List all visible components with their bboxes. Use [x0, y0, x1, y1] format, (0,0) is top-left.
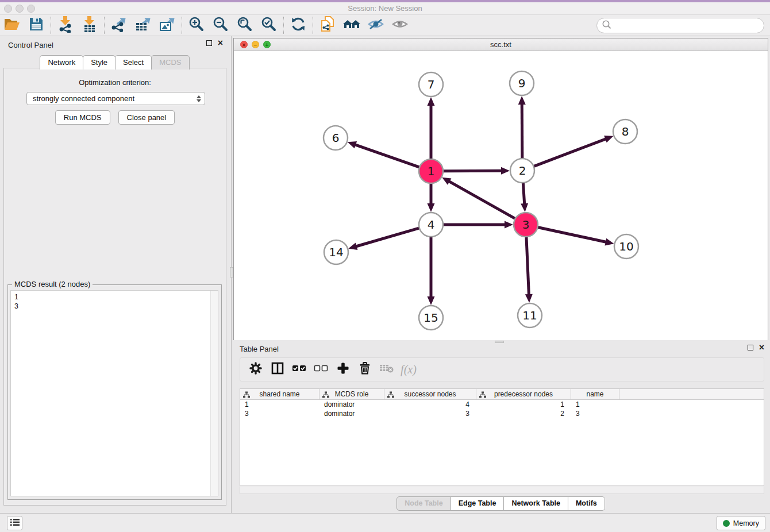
zoom-selected-button[interactable]: [257, 16, 281, 35]
graph-edge-4-14[interactable]: [355, 228, 419, 247]
float-panel-icon[interactable]: [206, 40, 212, 46]
graph-edge-1-2[interactable]: [443, 171, 503, 171]
tab-edge-table[interactable]: Edge Table: [451, 496, 505, 511]
zoom-fit-button[interactable]: [233, 16, 257, 35]
column-header-name[interactable]: name: [571, 389, 619, 399]
cell-predecessor-nodes[interactable]: 1: [476, 400, 571, 408]
function-builder-button[interactable]: f(x): [398, 360, 419, 379]
zoom-in-icon: [188, 16, 205, 34]
cell-successor-nodes[interactable]: 4: [384, 400, 476, 408]
graph-arrowhead: [428, 203, 435, 212]
cell-name[interactable]: 3: [571, 410, 619, 418]
column-label: name: [586, 390, 603, 398]
graph-node-label: 2: [519, 164, 526, 178]
add-column-button[interactable]: [332, 360, 354, 379]
close-panel-icon[interactable]: ×: [218, 40, 223, 46]
tab-mcds[interactable]: MCDS: [151, 55, 189, 70]
export-table-button[interactable]: [131, 16, 155, 35]
task-history-button[interactable]: [7, 516, 22, 530]
float-table-panel-icon[interactable]: [748, 345, 753, 350]
table-panel-tabs: Node Table Edge Table Network Table Moti…: [233, 496, 769, 511]
table-panel-title: Table Panel: [240, 345, 279, 353]
graph-edge-2-8[interactable]: [534, 138, 607, 166]
graph-edge-3-1[interactable]: [448, 181, 515, 219]
save-floppy-icon: [29, 17, 44, 34]
delete-table-button[interactable]: [376, 360, 398, 379]
tab-network[interactable]: Network: [40, 55, 83, 70]
search-field[interactable]: [596, 18, 764, 33]
table-settings-button[interactable]: [245, 360, 267, 379]
home-view-button[interactable]: [340, 16, 364, 35]
export-network-icon: [110, 16, 128, 34]
import-network-button[interactable]: [53, 16, 78, 35]
column-header-mcds-role[interactable]: MCDS role: [319, 389, 384, 399]
search-input[interactable]: [612, 20, 764, 32]
graph-node-label: 3: [522, 218, 530, 232]
table-row[interactable]: 1 dominator 4 1 1: [240, 400, 764, 409]
hide-selected-button[interactable]: [364, 16, 388, 35]
fx-icon: f(x): [401, 363, 417, 376]
save-session-button[interactable]: [24, 16, 48, 35]
copy-network-button[interactable]: [315, 16, 340, 35]
cell-shared-name[interactable]: 1: [240, 400, 319, 408]
open-session-button[interactable]: [0, 16, 24, 35]
show-columns-button[interactable]: [267, 360, 288, 379]
optimization-criterion-select[interactable]: strongly connected component: [26, 92, 205, 105]
refresh-network-button[interactable]: [286, 16, 310, 35]
graph-arrowhead: [604, 136, 613, 142]
close-table-panel-icon[interactable]: ×: [759, 345, 764, 350]
select-all-rows-button[interactable]: [288, 360, 310, 379]
export-network-button[interactable]: [107, 16, 131, 35]
zoom-out-button[interactable]: [209, 16, 233, 35]
cell-name[interactable]: 1: [571, 400, 619, 408]
graph-edge-3-10[interactable]: [538, 227, 607, 242]
table-horizontal-scrollbar[interactable]: [240, 487, 764, 494]
import-network-icon: [57, 16, 74, 35]
column-header-shared-name[interactable]: shared name: [240, 389, 319, 399]
graph-edge-2-3[interactable]: [523, 183, 524, 205]
cell-predecessor-nodes[interactable]: 2: [476, 410, 571, 418]
main-toolbar: [0, 15, 770, 36]
tab-select[interactable]: Select: [115, 55, 152, 70]
network-canvas[interactable]: 7968124314101511: [234, 51, 768, 340]
graph-arrowhead: [428, 97, 435, 106]
mcds-result-group: MCDS result (2 nodes) 1 3: [7, 284, 222, 500]
cell-successor-nodes[interactable]: 3: [384, 410, 476, 418]
control-panel: Control Panel × Network Style Select MCD…: [0, 36, 230, 513]
graph-edge-1-6[interactable]: [354, 144, 419, 167]
mcds-result-box[interactable]: 1 3: [10, 290, 218, 496]
hierarchy-icon: [243, 391, 250, 400]
column-label: predecessor nodes: [494, 390, 553, 398]
result-scrollbar[interactable]: [210, 291, 218, 496]
cell-shared-name[interactable]: 3: [240, 410, 319, 418]
tab-network-table[interactable]: Network Table: [503, 496, 568, 511]
export-image-button[interactable]: [155, 16, 179, 35]
close-panel-button[interactable]: Close panel: [118, 110, 175, 125]
tab-node-table[interactable]: Node Table: [396, 496, 451, 511]
column-header-predecessor-nodes[interactable]: predecessor nodes: [476, 389, 571, 399]
delete-column-button[interactable]: [354, 360, 376, 379]
show-all-button[interactable]: [388, 16, 412, 35]
deselect-all-rows-button[interactable]: [310, 360, 332, 379]
network-window-titlebar[interactable]: × − + scc.txt: [234, 38, 768, 51]
zoom-in-button[interactable]: [184, 16, 209, 35]
open-folder-icon: [3, 17, 21, 34]
graph-arrowhead: [518, 96, 526, 105]
import-table-button[interactable]: [78, 16, 102, 35]
graph-edge-3-11[interactable]: [526, 237, 529, 296]
cell-mcds-role[interactable]: dominator: [319, 410, 384, 418]
cell-mcds-role[interactable]: dominator: [319, 400, 384, 408]
network-graph[interactable]: 7968124314101511: [234, 51, 768, 340]
tab-style[interactable]: Style: [83, 55, 116, 70]
column-header-successor-nodes[interactable]: successor nodes: [384, 389, 476, 399]
table-row[interactable]: 3 dominator 3 2 3: [240, 409, 764, 418]
horizontal-splitter-grip[interactable]: [495, 341, 504, 343]
memory-button[interactable]: Memory: [717, 516, 765, 530]
hierarchy-icon: [479, 391, 486, 400]
unchecked-boxes-icon: [314, 364, 329, 375]
run-mcds-button[interactable]: Run MCDS: [55, 110, 110, 125]
graph-edge-2-9[interactable]: [522, 103, 522, 159]
node-table[interactable]: shared name MCDS role successor nodes pr…: [240, 388, 764, 486]
tab-motifs[interactable]: Motifs: [568, 496, 605, 511]
plus-icon: [337, 362, 349, 377]
